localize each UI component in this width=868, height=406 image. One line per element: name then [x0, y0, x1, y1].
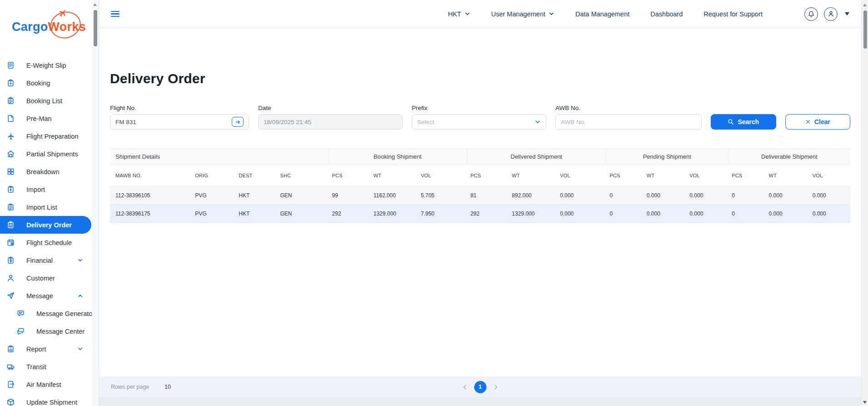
customer-icon — [7, 274, 15, 282]
sidebar-item-label: Flight Preparation — [26, 133, 78, 140]
nav-item-data-management[interactable]: Data Management — [575, 10, 629, 18]
sidebar-item-transit[interactable]: Transit — [0, 358, 91, 376]
column-header-deliverable-shipment-vol: VOL — [809, 165, 850, 186]
sidebar-item-report[interactable]: Report — [0, 340, 91, 358]
sidebar-item-partial-shipments[interactable]: Partial Shipments — [0, 145, 91, 163]
booking-list-icon — [7, 97, 15, 105]
chevron-down-icon[interactable] — [77, 346, 83, 352]
sidebar-item-air-manifest[interactable]: Air Manifest — [0, 376, 91, 393]
table-cell: 99 — [329, 186, 370, 205]
table-cell: PVG — [191, 205, 235, 223]
filter-bar: Flight No. Date — [110, 105, 850, 130]
table-cell: 0 — [728, 186, 765, 205]
table-cell: 1162.000 — [370, 186, 417, 205]
table-cell: 81 — [467, 186, 508, 205]
sidebar-item-import-list[interactable]: Import List — [0, 198, 91, 216]
nav-item-label: Request for Support — [703, 10, 763, 18]
date-input[interactable] — [264, 119, 397, 125]
sidebar-item-customer[interactable]: Customer — [0, 269, 91, 287]
sidebar-item-label: Message — [26, 292, 53, 300]
sidebar-item-e-weight-slip[interactable]: E-Weight Slip — [0, 56, 91, 74]
flight-no-input[interactable] — [115, 119, 232, 125]
report-icon — [7, 345, 15, 353]
sidebar-item-label: Customer — [26, 275, 55, 282]
prefix-select[interactable] — [412, 114, 546, 130]
import-icon — [7, 185, 15, 193]
column-header-pending-shipment-wt: WT — [643, 165, 686, 186]
nav-item-label: HKT — [448, 10, 461, 18]
column-header-booking-shipment-wt: WT — [370, 165, 417, 186]
rows-per-page-label: Rows per page — [111, 384, 149, 390]
sidebar-item-delivery-order[interactable]: Delivery Order — [0, 216, 91, 234]
weight-slip-icon — [7, 61, 15, 69]
nav-item-request-for-support[interactable]: Request for Support — [703, 10, 763, 18]
sidebar-item-flight-schedule[interactable]: Flight Schedule — [0, 234, 91, 251]
prefix-label: Prefix — [412, 105, 546, 111]
import-list-icon — [7, 203, 15, 211]
column-header-shipment-details-mawb-no: MAWB NO. — [110, 165, 191, 186]
sidebar-item-booking-list[interactable]: Booking List — [0, 92, 91, 110]
bell-icon — [808, 10, 815, 18]
sidebar-item-message-center[interactable]: Message Center — [0, 322, 91, 340]
table-cell: 0 — [728, 205, 765, 223]
sidebar-item-import[interactable]: Import — [0, 180, 91, 198]
profile-caret-icon[interactable] — [845, 12, 849, 15]
sidebar-item-message-generator[interactable]: Message Generator — [0, 305, 91, 322]
table-cell: 5.705 — [417, 186, 467, 205]
sidebar-item-financial[interactable]: Financial — [0, 251, 91, 269]
sidebar-scroll-up-icon[interactable] — [93, 3, 97, 6]
column-header-deliverable-shipment-pcs: PCS — [728, 165, 765, 186]
search-icon — [728, 119, 734, 125]
sidebar-item-flight-preparation[interactable]: Flight Preparation — [0, 127, 91, 145]
group-header-booking-shipment: Booking Shipment — [329, 149, 467, 165]
table-cell: 112-38396175 — [110, 205, 191, 223]
sidebar-item-label: Report — [26, 346, 46, 353]
nav-item-user-management[interactable]: User Management — [491, 10, 554, 18]
profile-button[interactable] — [824, 7, 838, 21]
table-cell: HKT — [235, 205, 276, 223]
nav-item-hkt[interactable]: HKT — [448, 10, 470, 18]
scroll-thumb[interactable] — [863, 10, 867, 49]
sidebar-scroll-thumb[interactable] — [94, 10, 97, 46]
table-row[interactable]: 112-38396105PVGHKTGEN991162.0005.7058189… — [110, 186, 850, 205]
prefix-select-input[interactable] — [417, 119, 534, 125]
sidebar-item-update-shipment[interactable]: Update Shipment — [0, 393, 91, 406]
clear-button[interactable]: Clear — [785, 114, 851, 130]
previous-page-button[interactable] — [461, 384, 468, 391]
rows-per-page-select[interactable]: 10 — [165, 384, 177, 390]
delivery-order-icon — [7, 221, 15, 229]
sidebar-item-breakdown[interactable]: Breakdown — [0, 163, 91, 180]
table-cell: 292 — [329, 205, 370, 223]
column-header-shipment-details-orig: ORIG — [191, 165, 235, 186]
table-cell: 112-38396105 — [110, 186, 191, 205]
flight-go-button[interactable] — [232, 117, 244, 127]
scroll-down-icon[interactable] — [863, 401, 867, 404]
chevron-down-icon[interactable] — [77, 257, 83, 263]
scroll-up-icon[interactable] — [863, 4, 867, 6]
table-cell: 0 — [606, 205, 643, 223]
logo-text: CargoWorks — [12, 20, 86, 34]
page-number-button[interactable]: 1 — [474, 381, 486, 393]
date-label: Date — [258, 105, 403, 111]
pagination: 1 — [461, 381, 499, 393]
search-button[interactable]: Search — [711, 114, 776, 130]
column-header-booking-shipment-pcs: PCS — [329, 165, 370, 186]
notifications-button[interactable] — [804, 7, 818, 21]
main-area: HKTUser ManagementData ManagementDashboa… — [99, 0, 861, 406]
sidebar-item-label: Import — [26, 186, 45, 193]
awb-no-input[interactable] — [561, 119, 696, 125]
table-row[interactable]: 112-38396175PVGHKTGEN2921329.0007.950292… — [110, 205, 850, 223]
sidebar-item-message[interactable]: Message — [0, 287, 91, 305]
next-page-button[interactable] — [492, 384, 499, 391]
column-header-booking-shipment-vol: VOL — [417, 165, 467, 186]
hamburger-menu-icon[interactable] — [111, 10, 120, 19]
awb-no-label: AWB No. — [555, 105, 702, 111]
sidebar-item-pre-man[interactable]: Pre-Man — [0, 110, 91, 127]
financial-icon — [7, 256, 15, 264]
page-scrollbar[interactable] — [861, 0, 868, 406]
cargoworks-logo[interactable]: CargoWorks — [12, 14, 89, 46]
nav-item-dashboard[interactable]: Dashboard — [650, 10, 683, 18]
chevron-up-icon[interactable] — [77, 293, 83, 299]
sidebar-item-booking[interactable]: Booking — [0, 74, 91, 92]
sidebar-scrollbar[interactable] — [92, 0, 99, 406]
